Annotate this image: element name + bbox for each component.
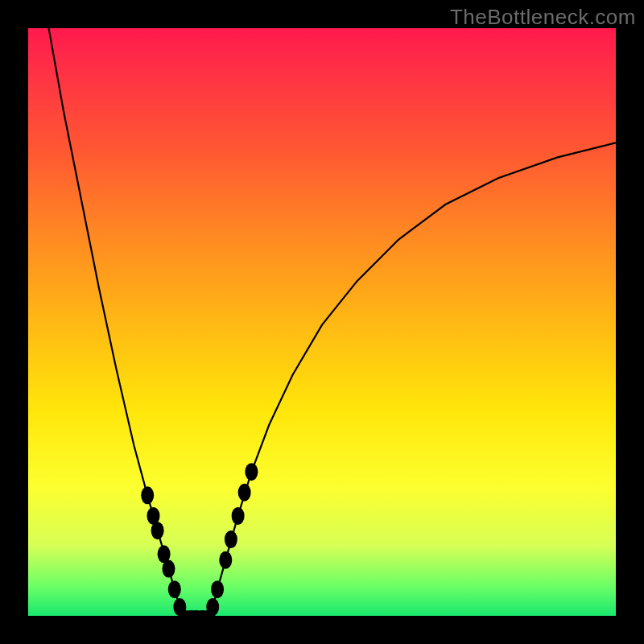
data-marker [168, 580, 181, 598]
data-marker [225, 530, 237, 548]
plot-area [28, 28, 616, 616]
data-marker [162, 560, 175, 578]
data-marker [141, 486, 154, 504]
data-marker [232, 507, 245, 525]
curve-right [208, 142, 616, 616]
data-marker [238, 484, 251, 502]
outer-frame: TheBottleneck.com [0, 0, 644, 644]
marker-group [141, 463, 258, 616]
data-marker [219, 551, 232, 569]
curve-left [49, 28, 185, 616]
data-marker [245, 463, 258, 481]
data-marker [151, 522, 164, 539]
chart-svg [28, 28, 616, 616]
watermark-text: TheBottleneck.com [450, 5, 636, 30]
data-marker [211, 580, 224, 598]
